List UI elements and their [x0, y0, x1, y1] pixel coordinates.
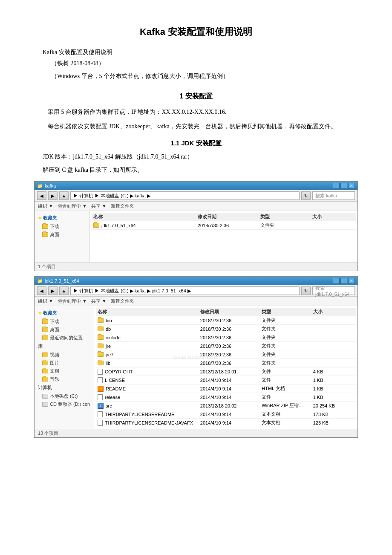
- sidebar-music-label: 音乐: [50, 376, 59, 382]
- file-date: 2014/4/10 9:14: [200, 386, 262, 391]
- table-row[interactable]: THIRDPARTYLICENSEREADME-JAVAFX 2014/4/10…: [96, 419, 356, 427]
- file-name: include: [106, 335, 121, 340]
- share-btn2[interactable]: 共享 ▼: [91, 298, 107, 304]
- minimize-btn2[interactable]: ─: [333, 278, 340, 284]
- col-name2: 名称: [98, 309, 200, 315]
- refresh-btn[interactable]: ↻: [301, 191, 311, 200]
- up-btn[interactable]: ▲: [59, 191, 69, 200]
- sidebar-video[interactable]: 视频: [35, 351, 94, 359]
- organize-btn2[interactable]: 组织 ▼: [38, 298, 53, 304]
- explorer1-sidebar: ★ 收藏夹 下载 桌面: [35, 211, 90, 262]
- sidebar-picture[interactable]: 图片: [35, 359, 94, 367]
- folder-icon: [98, 352, 104, 357]
- explorer1-titlebar: 📁 kafka ─ □ ✕: [35, 182, 357, 190]
- file-type: 文件夹: [262, 326, 313, 332]
- disk-d-label: CD 驱动器 (D:) con: [50, 401, 90, 408]
- back-btn[interactable]: ◀: [37, 191, 46, 200]
- explorer2-addressbar: ◀ ▶ ▲ ▶ 计算机 ▶ 本地磁盘 (C:) ▶ kafka ▶ jdk1.7…: [35, 285, 357, 297]
- col-size: 大小: [312, 214, 354, 220]
- table-row[interactable]: COPYRIGHT 2013/12/18 20:01 文件 4 KB: [96, 367, 356, 376]
- explorer1-statusbar: 1 个项目: [35, 262, 357, 271]
- explorer2-title-text: jdk1.7.0_51_x64: [45, 278, 79, 283]
- disk-d[interactable]: CD 驱动器 (D:) con: [35, 400, 94, 408]
- disk-c[interactable]: 本地磁盘 (C:): [35, 392, 94, 400]
- sidebar-download[interactable]: 下载: [35, 223, 89, 231]
- table-row[interactable]: jre 2018/7/30 2:36 文件夹: [96, 342, 356, 350]
- up-btn2[interactable]: ▲: [59, 286, 69, 295]
- favorites-header: ★ 收藏夹: [35, 214, 89, 223]
- star-icon2: ★: [38, 311, 42, 315]
- col-size2: 大小: [313, 309, 354, 315]
- table-row[interactable]: jre7 2018/7/30 2:36 文件夹: [96, 350, 356, 359]
- file-rows-container: bin 2018/7/30 2:36 文件夹 db 2018/7/30 2:36…: [96, 316, 356, 427]
- section1: 1 安装配置 采用 5 台服务器作为集群节点，IP 地址为：XX.XX.0.12…: [34, 92, 358, 132]
- file-date-0: 2018/7/30 2:36: [198, 223, 260, 228]
- share-btn[interactable]: 共享 ▼: [91, 203, 107, 209]
- search-box1[interactable]: 搜索 kafka: [312, 191, 355, 200]
- explorer2-sidebar: ★ 收藏夹 下载 桌面 最近访问的位置 库 视频: [35, 306, 94, 429]
- explorer2-title-icon: 📁: [37, 278, 43, 284]
- table-row[interactable]: H README 2014/4/10 9:14 HTML 文档 1 KB: [96, 384, 356, 393]
- favorites-label: 收藏夹: [43, 215, 57, 221]
- address-path[interactable]: ▶ 计算机 ▶ 本地磁盘 (C:) ▶ kafka ▶: [70, 191, 300, 200]
- file-date: 2014/4/10 9:14: [200, 378, 262, 383]
- file-type: 文件: [262, 368, 313, 375]
- include-btn[interactable]: 包含到库中 ▼: [58, 203, 87, 209]
- table-row[interactable]: LICENSE 2014/4/10 9:14 文件 1 KB: [96, 376, 356, 384]
- sidebar-docs[interactable]: 文档: [35, 367, 94, 375]
- maximize-btn[interactable]: □: [340, 183, 347, 189]
- library-header: 库: [35, 342, 94, 351]
- sidebar-desktop[interactable]: 桌面: [35, 231, 89, 239]
- table-row[interactable]: bin 2018/7/30 2:36 文件夹: [96, 316, 356, 325]
- explorer1-addressbar: ◀ ▶ ▲ ▶ 计算机 ▶ 本地磁盘 (C:) ▶ kafka ▶ ↻ 搜索 k…: [35, 190, 357, 202]
- file-size: 1 KB: [313, 395, 354, 400]
- file-name: bin: [106, 318, 112, 323]
- file-icon: [98, 420, 103, 426]
- table-row[interactable]: lib 2018/7/30 2:36 文件夹: [96, 359, 356, 367]
- maximize-btn2[interactable]: □: [340, 278, 347, 284]
- forward-btn2[interactable]: ▶: [48, 286, 58, 295]
- file-name: jre7: [106, 352, 113, 357]
- folder-icon-music: [42, 377, 48, 382]
- sidebar-desktop2[interactable]: 桌面: [35, 326, 94, 334]
- include-btn2[interactable]: 包含到库中 ▼: [58, 298, 87, 304]
- table-row[interactable]: jdk1.7.0_51_x64 2018/7/30 2:36 文件夹: [92, 221, 356, 230]
- minimize-btn[interactable]: ─: [333, 183, 340, 189]
- table-row[interactable]: THIRDPARTYLICENSEREADME 2014/4/10 9:14 文…: [96, 410, 356, 419]
- explorer2-main: 名称 修改日期 类型 大小 bin 2018/7/30 2:36 文件夹 db …: [94, 306, 357, 429]
- subtitle2: （铁树 2018-08-08）: [51, 60, 358, 67]
- close-btn2[interactable]: ✕: [348, 278, 355, 284]
- organize-btn[interactable]: 组织 ▼: [38, 203, 53, 209]
- file-date: 2014/4/10 9:14: [200, 395, 262, 400]
- sidebar-recent[interactable]: 最近访问的位置: [35, 334, 94, 342]
- search-box2[interactable]: 搜索 jdk1.7.0_51_x64: [312, 286, 355, 295]
- folder-icon: [98, 335, 104, 340]
- sidebar-music[interactable]: 音乐: [35, 375, 94, 383]
- folder-icon-desk: [42, 327, 48, 332]
- new-folder-btn[interactable]: 新建文件夹: [111, 203, 134, 209]
- table-row[interactable]: db 2018/7/30 2:36 文件夹: [96, 325, 356, 333]
- sidebar-desk-label: 桌面: [50, 327, 59, 333]
- forward-btn[interactable]: ▶: [48, 191, 58, 200]
- table-row[interactable]: include 2018/7/30 2:36 文件夹: [96, 333, 356, 342]
- table-row[interactable]: release 2014/4/10 9:14 文件 1 KB: [96, 393, 356, 402]
- close-btn[interactable]: ✕: [348, 183, 355, 189]
- explorer1-main: 名称 修改日期 类型 大小 jdk1.7.0_51_x64 2018/7/30 …: [90, 211, 357, 262]
- page-title: Kafka 安装配置和使用说明: [34, 26, 358, 38]
- disk-c-label: 本地磁盘 (C:): [50, 393, 78, 399]
- new-folder-btn2[interactable]: 新建文件夹: [111, 298, 134, 304]
- back-btn2[interactable]: ◀: [37, 286, 46, 295]
- file-date: 2018/7/30 2:36: [200, 344, 262, 349]
- explorer2-titlebar: 📁 jdk1.7.0_51_x64 ─ □ ✕: [35, 277, 357, 285]
- subtitle3: （Windows 平台，5 个分布式节点，修改消息大小，调用程序范例）: [51, 72, 358, 80]
- file-type: 文件夹: [262, 317, 313, 324]
- table-row[interactable]: Z src 2013/12/18 20:02 WinRAR ZIP 压缩... …: [96, 402, 356, 410]
- sidebar-download2[interactable]: 下载: [35, 318, 94, 326]
- file-type: 文件夹: [262, 343, 313, 349]
- file-name: release: [105, 395, 120, 400]
- file-date: 2018/7/30 2:36: [200, 327, 262, 332]
- address-path2[interactable]: ▶ 计算机 ▶ 本地磁盘 (C:) ▶ kafka ▶ jdk1.7.0_51_…: [70, 286, 300, 295]
- file-name: jre: [106, 344, 111, 349]
- status-text2: 13 个项目: [38, 430, 58, 436]
- refresh-btn2[interactable]: ↻: [301, 286, 311, 295]
